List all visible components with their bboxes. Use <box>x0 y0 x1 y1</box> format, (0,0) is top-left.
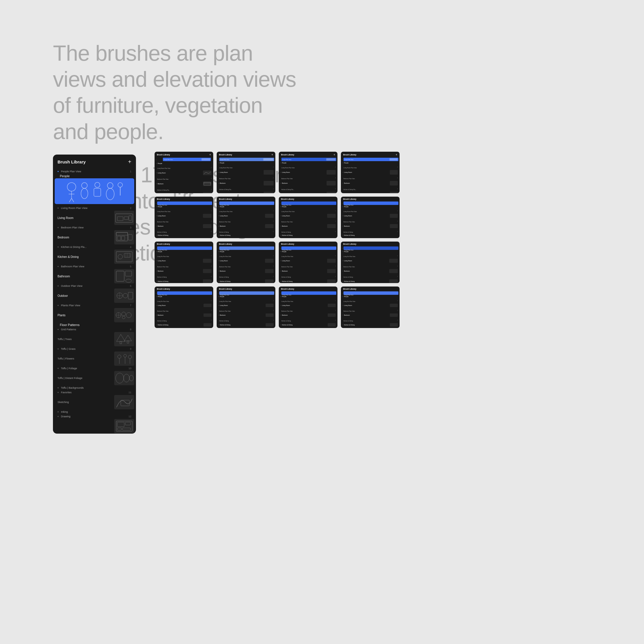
section-dot <box>58 266 59 267</box>
cat-row-toffu-trees[interactable]: Toffu | Trees <box>53 332 136 347</box>
section-dot <box>58 411 59 412</box>
panel-section-bedroom-plan[interactable]: Bedroom Plan View 3 <box>53 225 136 230</box>
mini-panel-13[interactable]: Brush Library 1 People Plan View People … <box>155 287 213 328</box>
thumb-outdoor <box>114 289 134 303</box>
mini-panel-16[interactable]: Brush Library 1 People Plan View People … <box>341 287 400 328</box>
svg-point-48 <box>124 354 127 357</box>
thumb-toffu-distant <box>114 371 134 385</box>
panel-section-living-plan[interactable]: Living Room Plan View 2 <box>53 206 136 210</box>
add-brush-button[interactable]: + <box>128 159 131 165</box>
svg-point-5 <box>82 183 87 188</box>
panel-item-people[interactable]: People <box>53 174 136 178</box>
panel-section-outdoor-plan[interactable]: Outdoor Plan View 6 <box>53 284 136 288</box>
panel-section-grid[interactable]: Grid Patterns 8 <box>53 327 136 332</box>
svg-point-54 <box>129 375 133 381</box>
section-dot <box>58 227 59 228</box>
cat-row-bedroom[interactable]: Bedroom <box>53 230 136 245</box>
section-dot <box>58 246 59 248</box>
mini-panel-12[interactable]: Brush Library 1 People Plan View People … <box>341 242 400 283</box>
section-dot <box>58 416 59 417</box>
section-dot <box>58 208 59 209</box>
brush-library-panel: Brush Library + People Plan View 1 Peopl… <box>53 155 136 434</box>
cat-row-bathroom[interactable]: Bathroom <box>53 269 136 284</box>
cat-row-plants[interactable]: Plants <box>53 308 136 323</box>
cat-row-outdoor[interactable]: Outdoor <box>53 288 136 303</box>
svg-rect-14 <box>117 217 123 221</box>
svg-rect-58 <box>125 422 131 425</box>
section-dot <box>58 171 59 172</box>
thumb-bedroom <box>114 230 134 244</box>
svg-point-10 <box>106 188 114 200</box>
mini-panel-14[interactable]: Brush Library 1 People Plan View People … <box>217 287 275 328</box>
panel-section-inking[interactable]: Inking <box>53 410 136 414</box>
panel-section-people-plan[interactable]: People Plan View 1 <box>53 169 136 174</box>
thumb-kitchen <box>114 250 134 264</box>
section-dot <box>58 368 59 369</box>
thumb-toffu-flowers <box>114 351 134 366</box>
thumb-plants <box>114 308 134 322</box>
mini-panel-3[interactable]: Brush Library + 1 People Plan View Peopl… <box>279 152 337 193</box>
svg-rect-55 <box>121 400 129 406</box>
panels-grid: Brush Library + 1 People Plan View Peopl… <box>155 152 400 328</box>
svg-rect-29 <box>125 271 132 276</box>
panel-section-toffu-grass[interactable]: Toffu | Grass 9 <box>53 347 136 351</box>
panel-section-kitchen-plan[interactable]: Kitchen & Dining Pla... 4 <box>53 245 136 249</box>
cat-row-kitchen[interactable]: Kitchen & Dining <box>53 249 136 264</box>
svg-line-3 <box>69 198 72 202</box>
svg-rect-16 <box>129 216 132 220</box>
thumb-toffu-trees <box>114 332 134 346</box>
mini-panel-11[interactable]: Brush Library 1 People Plan View People … <box>279 242 337 283</box>
svg-point-37 <box>122 312 126 316</box>
cat-row-sketching[interactable]: Sketching <box>53 395 136 410</box>
svg-rect-57 <box>117 422 124 427</box>
svg-rect-0 <box>67 183 76 191</box>
svg-rect-45 <box>127 341 129 343</box>
svg-point-52 <box>116 373 124 383</box>
svg-point-50 <box>128 355 132 359</box>
svg-line-4 <box>72 198 74 202</box>
panel-section-bathroom-plan[interactable]: Bathroom Plan View 5 <box>53 264 136 269</box>
svg-rect-60 <box>123 428 131 430</box>
panel-section-plants-plan[interactable]: Plants Plan View 7 <box>53 303 136 308</box>
mini-panel-1[interactable]: Brush Library + 1 People Plan View Peopl… <box>155 152 213 193</box>
svg-point-53 <box>124 374 129 382</box>
cat-row-living[interactable]: Living Room <box>53 210 136 225</box>
mini-panel-2[interactable]: Brush Library + 1 People Plan View Peopl… <box>217 152 275 193</box>
mini-panel-10[interactable]: Brush Library 1 People Plan View People … <box>217 242 275 283</box>
panel-section-drawing[interactable]: Drawing 12 <box>53 414 136 419</box>
mini-panel-8[interactable]: Brush Library 1 People Plan View People … <box>341 197 400 238</box>
panel-section-toffu-bg[interactable]: Toffu | Backgrounds <box>53 386 136 390</box>
panel-section-toffu-foliage[interactable]: Toffu | Foliage 10 <box>53 366 136 371</box>
svg-point-7 <box>95 182 100 187</box>
mini-panel-9[interactable]: Brush Library 1 People Plan View People … <box>155 242 213 283</box>
cat-row-drawing[interactable] <box>53 419 136 434</box>
panel-item-floor[interactable]: Floor Patterns <box>53 323 136 327</box>
panel-section-favorites[interactable]: Favorites 11 <box>53 390 136 395</box>
svg-point-30 <box>126 279 131 283</box>
svg-point-39 <box>122 316 125 319</box>
thumb-living <box>114 211 134 225</box>
svg-rect-43 <box>120 341 122 344</box>
svg-rect-20 <box>121 236 125 240</box>
svg-rect-15 <box>124 217 128 220</box>
mini-panel-7[interactable]: Brush Library 1 People Plan View People … <box>279 197 337 238</box>
svg-rect-33 <box>128 292 133 299</box>
cat-row-toffu-flowers[interactable]: Toffu | Flowers <box>53 351 136 366</box>
section-dot <box>58 387 59 388</box>
cat-row-toffu-distant[interactable]: Toffu | Distant Foliage <box>53 371 136 386</box>
mini-panel-5[interactable]: Brush Library 1 People Plan View People … <box>155 197 213 238</box>
mini-panel-15[interactable]: Brush Library 1 People Plan View People … <box>279 287 337 328</box>
mini-panel-6[interactable]: Brush Library 1 People Plan View People … <box>217 197 275 238</box>
section-dot <box>58 285 59 287</box>
svg-rect-21 <box>128 234 132 240</box>
svg-point-9 <box>107 183 113 188</box>
svg-point-6 <box>81 188 88 199</box>
preview-box <box>55 178 134 204</box>
svg-rect-18 <box>116 232 128 235</box>
mini-panel-4[interactable]: Brush Library + 1 People Plan View Peopl… <box>341 152 400 193</box>
svg-point-38 <box>126 313 131 318</box>
hero-line1: The brushes are plan views and elevation… <box>53 40 302 145</box>
svg-rect-19 <box>117 236 121 240</box>
section-dot <box>58 329 59 330</box>
svg-rect-8 <box>94 188 101 196</box>
